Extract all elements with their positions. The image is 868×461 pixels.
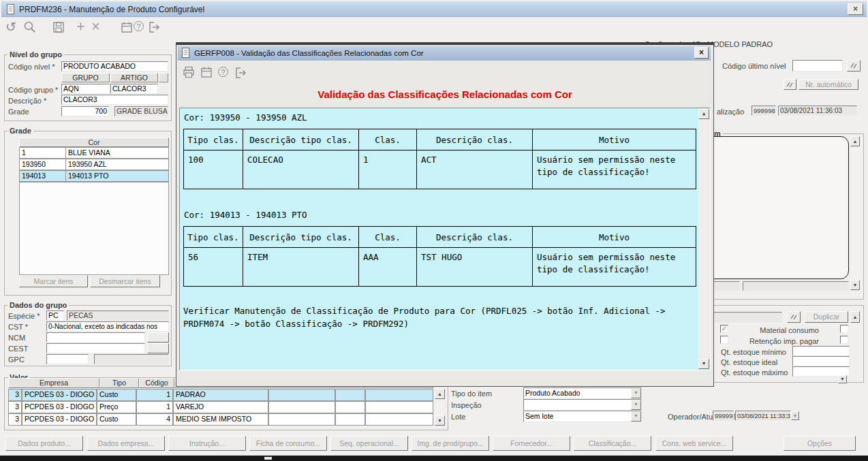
- ncm-field[interactable]: [46, 332, 145, 343]
- cest-field[interactable]: [46, 343, 145, 353]
- valor-cell-codigo[interactable]: 1: [136, 401, 173, 413]
- calendar-icon[interactable]: [120, 20, 134, 34]
- help-icon[interactable]: ?: [134, 21, 144, 31]
- item-scrollbar[interactable]: [850, 136, 860, 290]
- valor-cell-col6[interactable]: [335, 413, 365, 426]
- cor-column-header[interactable]: Cor: [19, 138, 169, 147]
- instrucao-button[interactable]: Instrução...: [168, 436, 246, 451]
- seq-operacional-button[interactable]: Seq. operacional...: [330, 436, 408, 451]
- close-icon[interactable]: ×: [694, 47, 709, 59]
- duplicar-button[interactable]: Duplicar: [805, 311, 848, 323]
- scroll-up-icon[interactable]: ▲: [435, 389, 445, 399]
- chevron-down-icon[interactable]: ▼: [791, 411, 799, 420]
- document-icon[interactable]: [181, 48, 191, 59]
- marcar-itens-button[interactable]: Marcar itens: [19, 275, 88, 287]
- qt-estoque-ideal-field[interactable]: [792, 356, 850, 366]
- grade-row-name[interactable]: BLUE VIANA: [65, 147, 169, 159]
- valor-cell-empresa[interactable]: PCPDES 03 - DIOGO: [22, 401, 97, 413]
- valor-cell-tipo[interactable]: Custo: [97, 413, 136, 426]
- grade-row-code[interactable]: 194013: [19, 170, 66, 182]
- valor-header-tipo[interactable]: Tipo: [99, 378, 139, 388]
- scroll-up-icon[interactable]: ▲: [850, 311, 860, 323]
- desmarcar-itens-button[interactable]: Desmarcar itens: [90, 275, 160, 287]
- grade-row-name[interactable]: 193950 AZL: [65, 159, 169, 170]
- valor-header-empresa[interactable]: Empresa: [8, 378, 99, 388]
- valor-cell-tipo[interactable]: Custo: [97, 389, 136, 401]
- add-icon[interactable]: +: [76, 18, 85, 35]
- codigo-ultimo-nivel-field[interactable]: [792, 60, 843, 71]
- valor-cell-empresa[interactable]: PCPDES 03 - DIOGO: [22, 413, 97, 426]
- especie-field[interactable]: PC: [46, 311, 64, 321]
- valor-cell-col7[interactable]: [365, 413, 433, 426]
- fornecedor-button[interactable]: Fornecedor...: [493, 436, 570, 451]
- document-icon[interactable]: [6, 4, 16, 15]
- valor-cell-col7[interactable]: [365, 401, 433, 413]
- classificacao-button[interactable]: Classificação...: [574, 436, 651, 451]
- grupo-column-header[interactable]: GRUPO: [61, 73, 110, 82]
- valor-cell-col6[interactable]: [335, 389, 365, 401]
- valor-cell-col5[interactable]: [268, 401, 335, 413]
- chevron-down-icon[interactable]: ▼: [631, 411, 641, 422]
- main-titlebar[interactable]: PRDFM236 - Manutenção de Produto Configu…: [1, 1, 867, 17]
- valor-cell-num[interactable]: 3: [8, 401, 22, 413]
- retencao-checkbox-2[interactable]: [840, 336, 848, 344]
- valor-cell-num[interactable]: 3: [8, 413, 22, 426]
- search-icon[interactable]: [23, 20, 37, 34]
- valor-cell-codigo[interactable]: 1: [136, 389, 173, 401]
- undo-icon[interactable]: ↺: [5, 19, 16, 34]
- grade-row-name[interactable]: 194013 PTO: [65, 170, 169, 182]
- material-consumo-checkbox-2[interactable]: [840, 325, 848, 333]
- dialog-titlebar[interactable]: GERFP008 - Validação das Classificações …: [178, 46, 711, 61]
- lote-select[interactable]: Sem lote: [523, 411, 642, 422]
- valor-cell-col6[interactable]: [335, 401, 365, 413]
- scroll-down-icon[interactable]: ▼: [435, 415, 445, 426]
- extra-column-header[interactable]: [159, 73, 168, 82]
- grade-row-code[interactable]: 193950: [19, 159, 66, 170]
- qt-estoque-minimo-field[interactable]: [792, 346, 850, 356]
- ncm-lookup-button[interactable]: [147, 332, 169, 343]
- codigo-nivel-field[interactable]: PRODUTO ACABADO: [61, 61, 168, 71]
- valor-cell-descricao[interactable]: MEDIO SEM IMPOSTO: [173, 413, 268, 426]
- scroll-down-icon[interactable]: ▼: [698, 359, 709, 369]
- valor-cell-descricao[interactable]: VAREJO: [173, 401, 268, 413]
- valor-cell-num[interactable]: 3: [8, 389, 22, 401]
- chevron-down-icon[interactable]: ▼: [631, 388, 641, 398]
- artigo-column-header[interactable]: ARTIGO: [110, 73, 158, 82]
- inspecao-select[interactable]: [523, 399, 642, 411]
- valor-header-codigo[interactable]: Código: [139, 378, 174, 388]
- cest-lookup-button[interactable]: [147, 343, 169, 353]
- lookup-icon[interactable]: [787, 311, 801, 323]
- opcoes-button[interactable]: Opções: [784, 436, 856, 451]
- lookup-icon[interactable]: [784, 79, 796, 90]
- artigo-field[interactable]: CLACOR3: [110, 84, 158, 94]
- tipo-do-item-select[interactable]: Produto Acabado: [523, 387, 642, 399]
- valor-cell-col7[interactable]: [365, 389, 433, 401]
- cst-field[interactable]: 0-Nacional, exceto as indicadas nos: [46, 321, 169, 332]
- chevron-down-icon[interactable]: ▼: [631, 400, 641, 410]
- scroll-down-icon[interactable]: ▼: [838, 375, 847, 383]
- grade-row-code[interactable]: 1: [19, 147, 66, 159]
- close-icon[interactable]: ×: [848, 3, 863, 15]
- img-de-prod-grupo-button[interactable]: Img. de prod/grupo...: [412, 436, 489, 451]
- nr-automatico-button[interactable]: Nr. automático: [799, 79, 858, 90]
- ficha-de-consumo-button[interactable]: Ficha de consumo...: [249, 436, 327, 451]
- exit-icon[interactable]: [147, 20, 161, 34]
- valor-cell-codigo[interactable]: 4: [136, 413, 173, 426]
- print-icon[interactable]: [182, 65, 196, 79]
- retencao-checkbox[interactable]: [720, 336, 728, 344]
- scroll-up-icon[interactable]: ▲: [698, 109, 709, 119]
- dados-empresa-button[interactable]: Dados empresa...: [87, 436, 165, 451]
- codigo-grupo-field[interactable]: AQN: [61, 84, 110, 94]
- scroll-up-icon[interactable]: ▲: [850, 136, 860, 146]
- valor-cell-col5[interactable]: [268, 389, 335, 401]
- calendar-icon[interactable]: [200, 65, 213, 79]
- save-icon[interactable]: [52, 20, 65, 34]
- valor-cell-col5[interactable]: [268, 413, 335, 426]
- valor-cell-tipo[interactable]: Preço: [97, 401, 136, 413]
- help-icon[interactable]: ?: [218, 67, 228, 77]
- grade-list-empty-area[interactable]: [19, 182, 169, 275]
- cons-web-service-button[interactable]: Cons. web service...: [655, 436, 733, 451]
- delete-icon[interactable]: ×: [91, 18, 100, 35]
- dialog-scrollbar[interactable]: ▲ ▼: [698, 109, 709, 369]
- material-consumo-checkbox[interactable]: ✓: [720, 325, 728, 333]
